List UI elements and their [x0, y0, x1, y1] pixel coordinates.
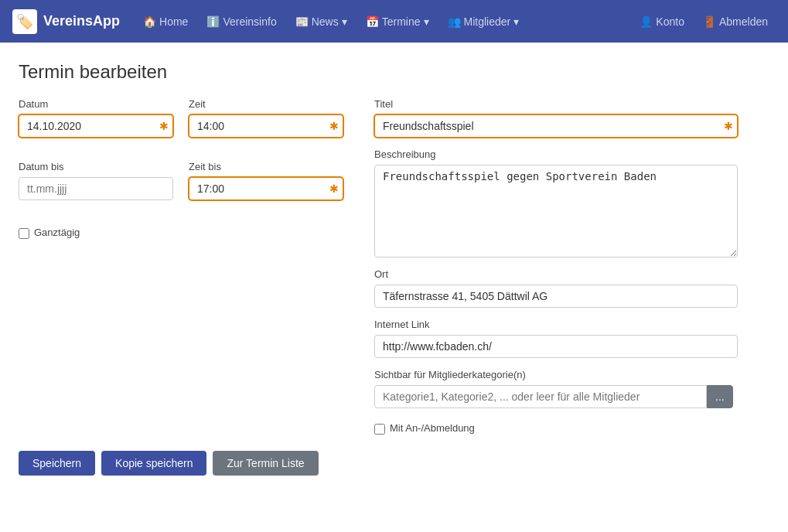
ort-label: Ort: [374, 268, 738, 280]
nav-abmelden[interactable]: 🚪 Abmelden: [695, 11, 776, 32]
zeit-label: Zeit: [189, 98, 343, 110]
datum-input[interactable]: [19, 114, 173, 138]
beschreibung-input[interactable]: Freundschaftsspiel gegen Sportverein Bad…: [374, 165, 738, 257]
form-left: Datum ✱ Zeit ✱: [19, 98, 343, 435]
logout-icon: 🚪: [703, 15, 716, 28]
zeit-wrapper: ✱: [189, 114, 343, 138]
kopie-speichern-button[interactable]: Kopie speichern: [101, 451, 206, 476]
ganztagig-checkbox[interactable]: [19, 228, 29, 239]
datum-bis-zeit-bis-row: Datum bis Zeit bis ✱: [19, 161, 343, 200]
news-icon: 📰: [295, 15, 309, 28]
home-icon: 🏠: [143, 15, 156, 28]
form-right: Titel ✱ Beschreibung Freundschaftsspiel …: [374, 98, 738, 435]
news-dropdown-icon: ▾: [342, 15, 347, 28]
titel-wrapper: ✱: [374, 114, 738, 138]
beschreibung-group: Beschreibung Freundschaftsspiel gegen Sp…: [374, 148, 738, 257]
sichtbar-input[interactable]: [374, 385, 707, 408]
datum-label: Datum: [19, 98, 173, 110]
titel-label: Titel: [374, 98, 738, 110]
internet-link-label: Internet Link: [374, 319, 738, 330]
beschreibung-label: Beschreibung: [374, 148, 738, 160]
ganztagig-row: Ganztägig: [19, 227, 343, 240]
calendar-icon: 📅: [366, 15, 379, 28]
ganztagig-label: Ganztägig: [34, 227, 80, 238]
nav-right: 👤 Konto 🚪 Abmelden: [632, 11, 776, 32]
internet-link-input[interactable]: [374, 335, 738, 358]
categories-wrapper: ...: [374, 385, 738, 408]
datum-bis-wrapper: [19, 177, 173, 200]
info-icon: ℹ️: [206, 15, 220, 28]
ort-input[interactable]: [374, 285, 738, 308]
nav-news[interactable]: 📰 News ▾: [288, 11, 355, 32]
action-buttons: Speichern Kopie speichern Zur Termin Lis…: [19, 451, 769, 476]
zeit-input[interactable]: [189, 114, 343, 138]
zeit-bis-group: Zeit bis ✱: [189, 161, 343, 200]
brand-icon: 🏷️: [12, 9, 37, 34]
zur-termin-liste-button[interactable]: Zur Termin Liste: [213, 451, 318, 476]
main-content: Termin bearbeiten Datum ✱ Zeit: [0, 43, 788, 494]
nav-konto[interactable]: 👤 Konto: [632, 11, 692, 32]
categories-button[interactable]: ...: [707, 385, 733, 408]
form-columns: Datum ✱ Zeit ✱: [19, 98, 769, 435]
speichern-button[interactable]: Speichern: [19, 451, 95, 476]
mit-anmeldung-label: Mit An-/Abmeldung: [390, 422, 475, 434]
titel-input[interactable]: [374, 114, 738, 138]
sichtbar-label: Sichtbar für Mitgliederkategorie(n): [374, 369, 738, 380]
sichtbar-group: Sichtbar für Mitgliederkategorie(n) ...: [374, 369, 738, 408]
internet-link-group: Internet Link: [374, 319, 738, 358]
page-title: Termin bearbeiten: [19, 61, 769, 83]
user-icon: 👤: [640, 15, 653, 28]
mit-anmeldung-row: Mit An-/Abmeldung: [374, 422, 738, 435]
datum-bis-input[interactable]: [19, 177, 173, 200]
mit-anmeldung-checkbox[interactable]: [374, 424, 385, 435]
nav-vereinsinfo[interactable]: ℹ️ Vereinsinfo: [199, 11, 284, 32]
mitglieder-dropdown-icon: ▾: [513, 15, 519, 28]
datum-wrapper: ✱: [19, 114, 173, 138]
nav-mitglieder[interactable]: 👥 Mitglieder ▾: [440, 11, 527, 32]
datum-zeit-row: Datum ✱ Zeit ✱: [19, 98, 343, 138]
termine-dropdown-icon: ▾: [424, 15, 429, 28]
nav-home[interactable]: 🏠 Home: [135, 11, 196, 32]
brand-name: VereinsApp: [43, 13, 120, 29]
zeit-bis-input[interactable]: [189, 177, 343, 200]
ort-group: Ort: [374, 268, 738, 308]
brand[interactable]: 🏷️ VereinsApp: [12, 9, 120, 34]
titel-group: Titel ✱: [374, 98, 738, 138]
zeit-bis-wrapper: ✱: [189, 177, 343, 200]
nav-termine[interactable]: 📅 Termine ▾: [358, 11, 437, 32]
members-icon: 👥: [448, 15, 461, 28]
zeit-group: Zeit ✱: [189, 98, 343, 138]
navbar: 🏷️ VereinsApp 🏠 Home ℹ️ Vereinsinfo 📰 Ne…: [0, 0, 788, 43]
zeit-bis-label: Zeit bis: [189, 161, 343, 172]
datum-bis-label: Datum bis: [19, 161, 173, 172]
datum-group: Datum ✱: [19, 98, 173, 138]
datum-bis-group: Datum bis: [19, 161, 173, 200]
